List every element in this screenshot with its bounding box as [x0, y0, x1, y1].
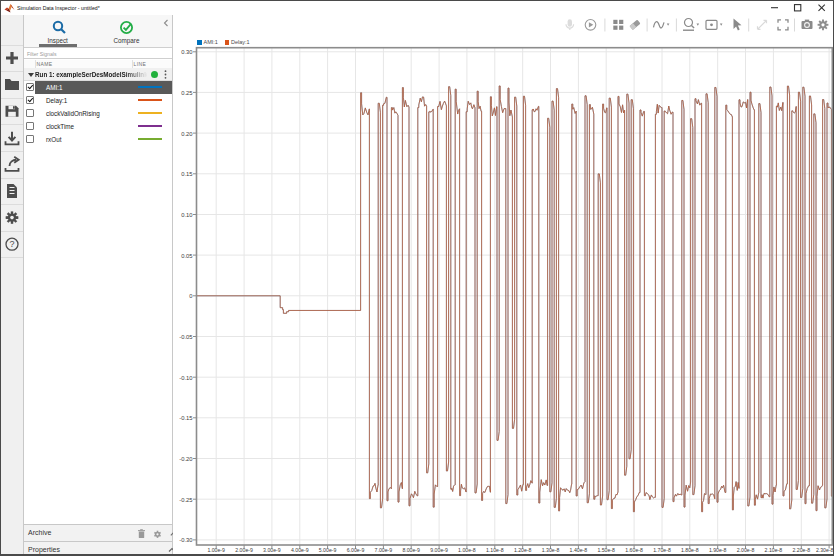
svg-text:1.20e-8: 1.20e-8: [514, 547, 532, 553]
svg-text:-0.30: -0.30: [179, 537, 192, 543]
svg-text:1.40e-8: 1.40e-8: [570, 547, 588, 553]
svg-text:1.00e-8: 1.00e-8: [458, 547, 476, 553]
svg-text:1.00e-9: 1.00e-9: [207, 547, 225, 553]
svg-text:1.90e-8: 1.90e-8: [709, 547, 727, 553]
svg-text:0: 0: [189, 293, 192, 299]
svg-text:2.10e-8: 2.10e-8: [765, 547, 783, 553]
svg-text:-0.15: -0.15: [179, 415, 192, 421]
svg-text:2.00e-9: 2.00e-9: [235, 547, 253, 553]
svg-text:1.70e-8: 1.70e-8: [653, 547, 671, 553]
svg-text:-0.10: -0.10: [179, 375, 192, 381]
svg-text:4.00e-9: 4.00e-9: [291, 547, 309, 553]
svg-text:0.05: 0.05: [181, 253, 192, 259]
svg-text:5.00e-9: 5.00e-9: [319, 547, 337, 553]
svg-text:0.10: 0.10: [181, 212, 192, 218]
svg-text:8.00e-9: 8.00e-9: [402, 547, 420, 553]
svg-text:-0.20: -0.20: [179, 456, 192, 462]
svg-text:9.00e-9: 9.00e-9: [430, 547, 448, 553]
svg-text:0.30: 0.30: [181, 49, 192, 55]
svg-text:0.25: 0.25: [181, 90, 192, 96]
svg-text:2.30e-8: 2.30e-8: [816, 547, 834, 553]
svg-text:3.00e-9: 3.00e-9: [263, 547, 281, 553]
svg-text:2.20e-8: 2.20e-8: [792, 547, 810, 553]
svg-text:?: ?: [9, 239, 14, 249]
svg-text:0.15: 0.15: [181, 171, 192, 177]
svg-text:7.00e-9: 7.00e-9: [375, 547, 393, 553]
svg-text:1.30e-8: 1.30e-8: [542, 547, 560, 553]
svg-text:1.60e-8: 1.60e-8: [625, 547, 643, 553]
svg-text:1.10e-8: 1.10e-8: [486, 547, 504, 553]
svg-text:2.00e-8: 2.00e-8: [737, 547, 755, 553]
svg-text:0.20: 0.20: [181, 131, 192, 137]
svg-text:-0.05: -0.05: [179, 334, 192, 340]
svg-text:-0.25: -0.25: [179, 497, 192, 503]
svg-text:6.00e-9: 6.00e-9: [347, 547, 365, 553]
svg-text:1.50e-8: 1.50e-8: [597, 547, 615, 553]
svg-text:1.80e-8: 1.80e-8: [681, 547, 699, 553]
